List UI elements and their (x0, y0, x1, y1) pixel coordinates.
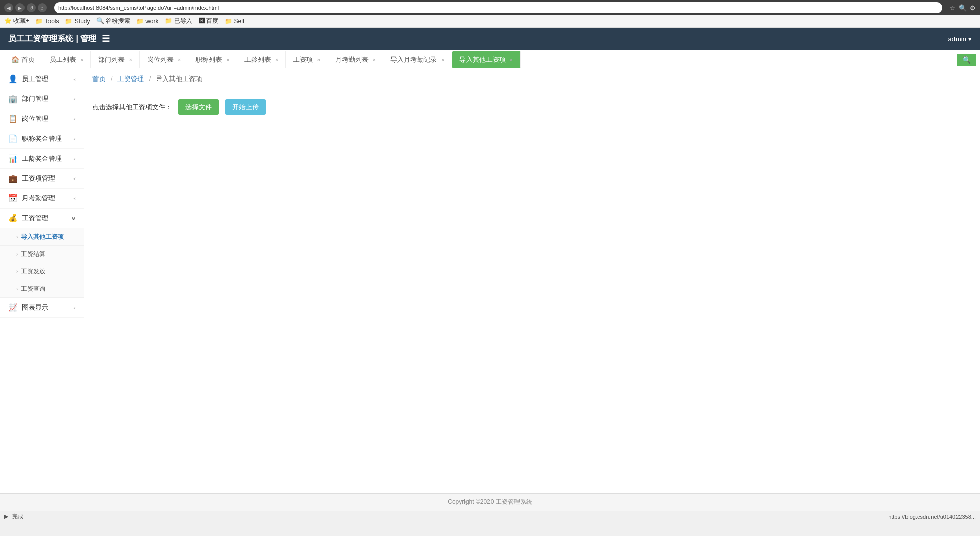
salary-icon: 💰 (8, 214, 18, 223)
bookmark-self[interactable]: 📁 Self (225, 18, 244, 25)
seniority-icon: 📊 (8, 154, 18, 163)
sidebar-item-seniority[interactable]: 📊 工龄奖金管理 ‹ (0, 149, 84, 169)
address-bar[interactable]: http://localhost:8084/ssm_esms/toPage.do… (54, 2, 942, 13)
tab-import-other-close-icon[interactable]: × (510, 57, 513, 63)
browser-toolbar-icons: ☆ 🔍 ⚙ (949, 4, 976, 12)
app-wrapper: 员工工资管理系统 | 管理 ☰ admin ▾ 🏠 首页 员工列表 × 部门列表… (0, 28, 980, 511)
sidebar-item-salary-item-left: 💼 工资项管理 (8, 174, 55, 183)
bookmark-collect[interactable]: ⭐ 收藏+ (4, 17, 29, 25)
admin-label: admin (948, 35, 966, 43)
sidebar-item-dept[interactable]: 🏢 部门管理 ‹ (0, 89, 84, 109)
tab-import-attendance-close-icon[interactable]: × (441, 57, 444, 63)
bookmark-google[interactable]: 🔍 谷粉搜索 (96, 17, 130, 25)
salary-item-icon: 💼 (8, 174, 18, 183)
sidebar-dept-label: 部门管理 (22, 94, 48, 104)
search-icon[interactable]: 🔍 (959, 4, 967, 12)
employee-arrow-icon: ‹ (74, 76, 76, 82)
sidebar-item-chart[interactable]: 📈 图表显示 ‹ (0, 298, 84, 318)
status-url: https://blog.csdn.net/u014022358... (888, 514, 976, 520)
tab-dept-close-icon[interactable]: × (129, 57, 132, 63)
copyright-text: Copyright ©2020 工资管理系统 (448, 498, 532, 505)
start-upload-button[interactable]: 开始上传 (225, 99, 266, 115)
sidebar-sub-query[interactable]: › 工资查询 (0, 280, 84, 298)
breadcrumb-home[interactable]: 首页 (92, 75, 106, 83)
tab-monthly-close-icon[interactable]: × (373, 57, 376, 63)
tab-home[interactable]: 🏠 首页 (4, 51, 42, 68)
app-footer: Copyright ©2020 工资管理系统 (0, 493, 980, 511)
breadcrumb-current: 导入其他工资项 (156, 75, 202, 83)
bookmark-work[interactable]: 📁 work (136, 18, 159, 25)
title-arrow-icon: ‹ (74, 136, 76, 142)
back-btn[interactable]: ◀ (4, 3, 13, 12)
sidebar-title-label: 职称奖金管理 (22, 134, 62, 143)
monthly-arrow-icon: ‹ (74, 195, 76, 201)
bookmark-tools[interactable]: 📁 Tools (35, 18, 59, 25)
tab-import-attendance[interactable]: 导入月考勤记录 × (383, 51, 452, 68)
status-text: 完成 (12, 513, 23, 520)
sidebar-item-monthly-left: 📅 月考勤管理 (8, 194, 55, 203)
sidebar-salary-label: 工资管理 (22, 214, 48, 223)
sidebar-item-employee[interactable]: 👤 员工管理 ‹ (0, 69, 84, 89)
sidebar-sub-settlement[interactable]: › 工资结算 (0, 246, 84, 263)
sidebar-monthly-label: 月考勤管理 (22, 194, 55, 203)
tab-dept-list[interactable]: 部门列表 × (91, 51, 139, 68)
tab-employee-list[interactable]: 员工列表 × (42, 51, 91, 68)
monthly-icon: 📅 (8, 194, 18, 203)
settings-icon[interactable]: ⚙ (970, 4, 976, 12)
app-title-text: 员工工资管理系统 | 管理 (8, 34, 96, 44)
tab-position-list[interactable]: 岗位列表 × (140, 51, 188, 68)
bookmark-imported[interactable]: 📁 已导入 (165, 17, 192, 25)
tab-title-label: 职称列表 (195, 55, 222, 64)
sidebar-item-salary[interactable]: 💰 工资管理 ∨ (0, 209, 84, 228)
employee-icon: 👤 (8, 74, 18, 84)
bookmark-study[interactable]: 📁 Study (65, 18, 90, 25)
sidebar-chart-label: 图表显示 (22, 303, 48, 312)
sidebar-item-title[interactable]: 📄 职称奖金管理 ‹ (0, 129, 84, 149)
sidebar-sub-payment-label: 工资发放 (21, 267, 45, 276)
forward-btn[interactable]: ▶ (15, 3, 24, 12)
refresh-btn[interactable]: ↺ (27, 3, 36, 12)
app-title-group: 员工工资管理系统 | 管理 ☰ (8, 33, 110, 44)
browser-chrome: ◀ ▶ ↺ ⌂ http://localhost:8084/ssm_esms/t… (0, 0, 980, 15)
admin-info[interactable]: admin ▾ (948, 35, 972, 43)
sub-query-arrow: › (16, 286, 18, 292)
admin-dropdown-icon: ▾ (968, 35, 972, 43)
tab-salary-item[interactable]: 工资项 × (286, 51, 328, 68)
tab-salary-item-close-icon[interactable]: × (317, 57, 320, 63)
tab-title-close-icon[interactable]: × (226, 57, 229, 63)
content-main: 点击选择其他工资项文件： 选择文件 开始上传 (84, 89, 980, 493)
sidebar-item-monthly[interactable]: 📅 月考勤管理 ‹ (0, 189, 84, 209)
main-container: 👤 员工管理 ‹ 🏢 部门管理 ‹ 📋 岗位管理 ‹ (0, 69, 980, 493)
tab-import-other[interactable]: 导入其他工资项 × (452, 51, 521, 68)
sidebar-sub-import-other[interactable]: › 导入其他工资项 (0, 228, 84, 246)
upload-section: 点击选择其他工资项文件： 选择文件 开始上传 (92, 99, 972, 115)
sidebar-item-position[interactable]: 📋 岗位管理 ‹ (0, 109, 84, 129)
choose-file-button[interactable]: 选择文件 (178, 99, 219, 115)
menu-hamburger-icon[interactable]: ☰ (102, 33, 110, 44)
star-icon[interactable]: ☆ (949, 4, 955, 12)
home-btn[interactable]: ⌂ (38, 3, 47, 12)
sidebar-salary-item-label: 工资项管理 (22, 174, 55, 183)
tab-bar-search-button[interactable]: 🔍 (957, 54, 976, 66)
tab-position-close-icon[interactable]: × (178, 57, 181, 63)
tab-home-icon: 🏠 (11, 56, 19, 63)
tab-title-list[interactable]: 职称列表 × (188, 51, 237, 68)
sidebar: 👤 员工管理 ‹ 🏢 部门管理 ‹ 📋 岗位管理 ‹ (0, 69, 84, 493)
tab-seniority-close-icon[interactable]: × (275, 57, 278, 63)
sidebar-seniority-label: 工龄奖金管理 (22, 154, 62, 163)
tab-home-label: 首页 (21, 55, 35, 64)
bookmarks-bar: ⭐ 收藏+ 📁 Tools 📁 Study 🔍 谷粉搜索 📁 work 📁 已导… (0, 15, 980, 28)
sidebar-sub-payment[interactable]: › 工资发放 (0, 263, 84, 280)
app-header: 员工工资管理系统 | 管理 ☰ admin ▾ (0, 28, 980, 50)
tab-monthly-attendance[interactable]: 月考勤列表 × (328, 51, 383, 68)
chart-arrow-icon: ‹ (74, 304, 76, 311)
breadcrumb-sep2: / (149, 75, 151, 83)
tab-seniority-list[interactable]: 工龄列表 × (237, 51, 286, 68)
tab-bar: 🏠 首页 员工列表 × 部门列表 × 岗位列表 × 职称列表 × 工龄列表 × … (0, 50, 980, 69)
tab-employee-close-icon[interactable]: × (80, 57, 83, 63)
breadcrumb-salary-mgmt[interactable]: 工资管理 (117, 75, 144, 83)
bookmark-baidu[interactable]: 🅱 百度 (199, 17, 218, 25)
breadcrumb-sep1: / (111, 75, 113, 83)
sidebar-item-salary-item[interactable]: 💼 工资项管理 ‹ (0, 169, 84, 189)
salary-item-arrow-icon: ‹ (74, 175, 76, 182)
